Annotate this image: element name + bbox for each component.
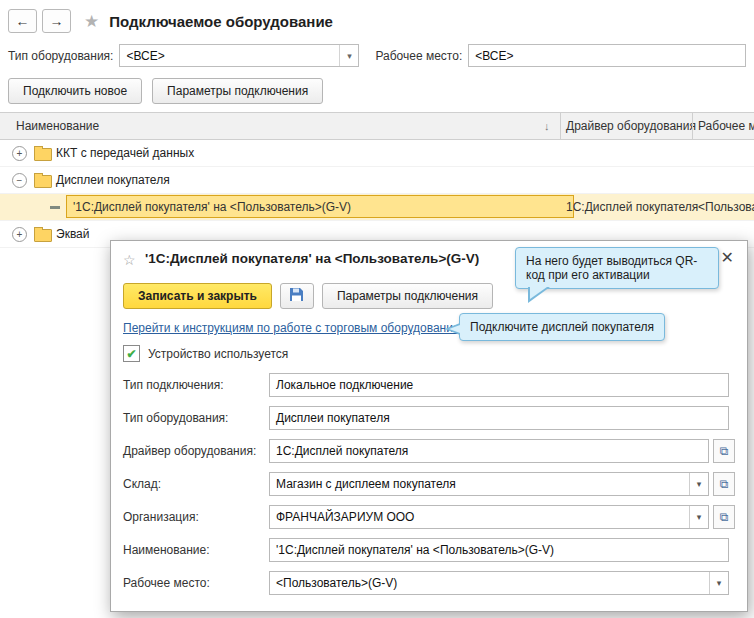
open-icon[interactable]: ⧉ [713, 472, 735, 496]
group-name[interactable]: Эквай [56, 221, 90, 247]
chevron-down-icon[interactable]: ▾ [689, 473, 708, 495]
workplace-label: Рабочее место: [375, 49, 462, 63]
forward-button[interactable]: → [42, 9, 71, 33]
workplace-cell[interactable]: <Пользователь>(G-V) [698, 194, 754, 220]
field-name: Наименование: '1С:Дисплей покупателя' на… [123, 538, 735, 562]
forward-arrow-icon: → [50, 13, 64, 29]
device-name: '1С:Дисплей покупателя' на <Пользователь… [73, 200, 351, 214]
field-value: 1С:Дисплей покупателя [270, 440, 708, 462]
back-button[interactable]: ← [8, 9, 37, 33]
driver-input[interactable]: 1С:Дисплей покупателя [269, 439, 709, 463]
column-divider[interactable] [560, 113, 561, 139]
folder-icon [34, 229, 52, 242]
name-input[interactable]: '1С:Дисплей покупателя' на <Пользователь… [269, 538, 729, 562]
collapse-minus-icon[interactable]: − [12, 173, 27, 188]
equipment-type-label: Тип оборудования: [8, 49, 113, 63]
warehouse-input[interactable]: Магазин с дисплеем покупателя ▾ [269, 472, 709, 496]
field-label: Склад: [123, 472, 161, 496]
connection-params-button[interactable]: Параметры подключения [152, 78, 323, 104]
save-floppy-icon [289, 287, 304, 305]
dialog-connection-params-button[interactable]: Параметры подключения [322, 283, 493, 309]
toolbar: Подключить новое Параметры подключения [8, 78, 323, 104]
field-organization: Организация: ФРАНЧАЙЗАРИУМ ООО ▾ ⧉ [123, 505, 735, 529]
chevron-down-icon[interactable]: ▾ [339, 45, 358, 66]
dialog-toolbar: Записать и закрыть Параметры подключения [123, 283, 493, 309]
driver-cell[interactable]: 1С:Дисплей покупателя [566, 194, 698, 220]
field-value: '1С:Дисплей покупателя' на <Пользователь… [270, 539, 728, 561]
favorite-star-icon[interactable]: ★ [84, 11, 99, 32]
folder-icon [34, 175, 52, 188]
chevron-down-icon[interactable]: ▾ [689, 506, 708, 528]
field-label: Наименование: [123, 538, 210, 562]
checkbox-label: Устройство используется [148, 347, 288, 361]
expand-plus-icon[interactable]: + [12, 146, 27, 161]
field-value: <Пользователь>(G-V) [270, 572, 709, 594]
field-label: Тип подключения: [123, 373, 223, 397]
field-warehouse: Склад: Магазин с дисплеем покупателя ▾ ⧉ [123, 472, 735, 496]
filter-row: Тип оборудования: <ВСЕ> ▾ Рабочее место:… [8, 44, 746, 67]
equipment-table: Наименование ↓ Драйвер оборудования Рабо… [0, 112, 754, 248]
table-row-selected[interactable]: '1С:Дисплей покупателя' на <Пользователь… [0, 194, 754, 221]
field-value: Магазин с дисплеем покупателя [270, 473, 689, 495]
field-driver: Драйвер оборудования: 1С:Дисплей покупат… [123, 439, 735, 463]
page-title: Подключаемое оборудование [109, 13, 333, 30]
back-arrow-icon: ← [16, 13, 30, 29]
col-header-name[interactable]: Наименование [16, 113, 99, 139]
col-header-driver[interactable]: Драйвер оборудования [566, 113, 696, 139]
callout-qr-code: На него будет выводиться QR-код при его … [515, 247, 719, 289]
table-header: Наименование ↓ Драйвер оборудования Рабо… [0, 112, 754, 140]
window-header: ← → ★ Подключаемое оборудование [8, 8, 746, 34]
table-row[interactable]: + ККТ с передачей данных [0, 140, 754, 167]
equipment-type-input[interactable]: Дисплеи покупателя [269, 406, 729, 430]
favorite-star-icon[interactable]: ☆ [123, 252, 136, 268]
field-label: Драйвер оборудования: [123, 439, 256, 463]
expand-plus-icon[interactable]: + [12, 227, 27, 242]
table-row[interactable]: − Дисплеи покупателя [0, 167, 754, 194]
device-item-icon [50, 206, 60, 209]
column-divider[interactable] [692, 113, 693, 139]
field-workplace: Рабочее место: <Пользователь>(G-V) ▾ [123, 571, 735, 595]
workplace-input[interactable]: <Пользователь>(G-V) ▾ [269, 571, 729, 595]
workplace-value: <ВСЕ> [469, 45, 745, 66]
checkbox-box[interactable]: ✔ [123, 345, 140, 362]
connection-type-input[interactable]: Локальное подключение [269, 373, 729, 397]
field-connection-type: Тип подключения: Локальное подключение [123, 373, 735, 397]
field-label: Организация: [123, 505, 199, 529]
sort-desc-icon[interactable]: ↓ [544, 113, 550, 139]
check-icon: ✔ [126, 348, 136, 360]
save-and-close-button[interactable]: Записать и закрыть [123, 283, 272, 309]
open-icon[interactable]: ⧉ [713, 505, 735, 529]
organization-input[interactable]: ФРАНЧАЙЗАРИУМ ООО ▾ [269, 505, 709, 529]
field-label: Рабочее место: [123, 571, 210, 595]
open-icon[interactable]: ⧉ [713, 439, 735, 463]
field-value: ФРАНЧАЙЗАРИУМ ООО [270, 506, 689, 528]
callout-connect-display: Подключите дисплей покупателя [459, 313, 665, 341]
save-button[interactable] [280, 283, 314, 309]
equipment-type-select[interactable]: <ВСЕ> ▾ [119, 44, 359, 67]
field-label: Тип оборудования: [123, 406, 228, 430]
chevron-down-icon[interactable]: ▾ [709, 572, 728, 594]
selected-name-cell[interactable]: '1С:Дисплей покупателя' на <Пользователь… [66, 195, 574, 218]
group-name[interactable]: Дисплеи покупателя [56, 167, 170, 193]
callout-text: На него будет выводиться QR-код при его … [526, 254, 697, 282]
instructions-link[interactable]: Перейти к инструкциям по работе с торгов… [123, 321, 468, 335]
equipment-type-value: <ВСЕ> [120, 45, 339, 66]
field-equipment-type: Тип оборудования: Дисплеи покупателя [123, 406, 735, 430]
close-icon[interactable]: ✕ [721, 248, 734, 267]
device-dialog: ☆ '1С:Дисплей покупателя' на <Пользовате… [110, 240, 748, 612]
field-value: Дисплеи покупателя [270, 407, 728, 429]
dialog-title: '1С:Дисплей покупателя' на <Пользователь… [145, 251, 479, 266]
connect-new-button[interactable]: Подключить новое [8, 78, 142, 104]
workplace-select[interactable]: <ВСЕ> [468, 44, 746, 67]
device-used-checkbox[interactable]: ✔ Устройство используется [123, 345, 288, 362]
folder-icon [34, 148, 52, 161]
callout-text: Подключите дисплей покупателя [470, 320, 654, 334]
group-name[interactable]: ККТ с передачей данных [56, 140, 194, 166]
field-value: Локальное подключение [270, 374, 728, 396]
col-header-workplace[interactable]: Рабочее место [698, 113, 754, 139]
